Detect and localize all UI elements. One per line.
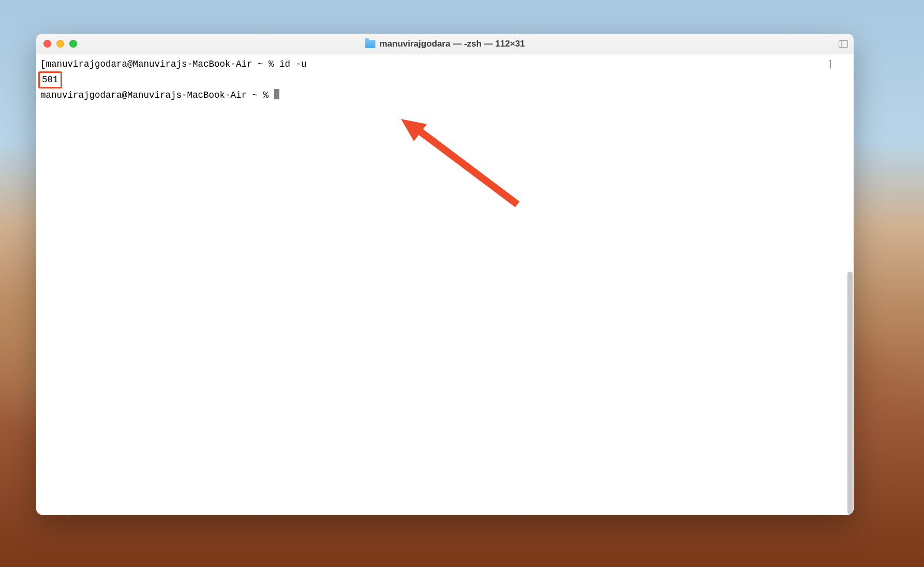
command-output-highlight: 501 [38,71,62,88]
prompt-path-marker: ~ % [247,90,274,100]
close-button[interactable] [43,40,51,48]
terminal-line-2: 501 [40,71,850,88]
annotation-arrow [398,116,533,220]
prompt-bracket-right: ] [827,57,833,71]
terminal-body[interactable]: [manuvirajgodara@Manuvirajs-MacBook-Air … [36,54,854,515]
scrollbar-thumb[interactable] [847,272,853,515]
terminal-line-1: [manuvirajgodara@Manuvirajs-MacBook-Air … [40,57,850,71]
cursor [274,89,279,99]
window-title: manuvirajgodara — -zsh — 112×31 [365,39,525,49]
traffic-lights [43,40,77,48]
window-titlebar[interactable]: manuvirajgodara — -zsh — 112×31 [36,34,854,54]
terminal-line-3: manuvirajgodara@Manuvirajs-MacBook-Air ~… [40,88,850,102]
window-title-text: manuvirajgodara — -zsh — 112×31 [379,39,525,49]
terminal-window: manuvirajgodara — -zsh — 112×31 [manuvir… [36,34,854,515]
zoom-button[interactable] [69,40,77,48]
prompt-path-marker: ~ % [252,59,280,69]
folder-icon [365,40,375,48]
scrollbar-track[interactable] [845,80,853,510]
prompt-user-host: manuvirajgodara@Manuvirajs-MacBook-Air [40,90,247,100]
titlebar-right-controls [838,39,848,49]
toggle-sidebar-icon[interactable] [838,39,848,49]
svg-rect-0 [839,40,848,47]
prompt-bracket-left: [ [40,59,46,69]
svg-line-3 [414,127,517,204]
minimize-button[interactable] [56,40,64,48]
svg-marker-4 [401,119,427,141]
prompt-user-host: manuvirajgodara@Manuvirajs-MacBook-Air [46,59,252,69]
command-text: id -u [279,59,307,69]
